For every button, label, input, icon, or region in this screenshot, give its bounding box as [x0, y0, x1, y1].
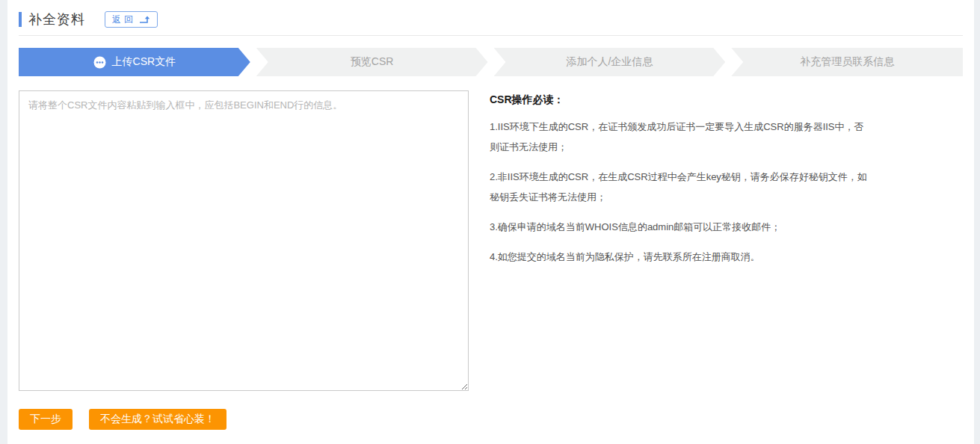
action-bar: 下一步 不会生成？试试省心装！ [19, 409, 963, 430]
csr-info-panel: CSR操作必读： 1.IIS环境下生成的CSR，在证书颁发成功后证书一定要导入生… [490, 90, 869, 391]
back-button-label: 返回 [112, 13, 136, 26]
info-item-2: 2.非IIS环境生成的CSR，在生成CSR过程中会产生key秘钥，请务必保存好秘… [490, 167, 869, 207]
main-content: CSR操作必读： 1.IIS环境下生成的CSR，在证书颁发成功后证书一定要导入生… [19, 90, 963, 391]
title-accent-bar [19, 12, 22, 27]
info-item-3: 3.确保申请的域名当前WHOIS信息的admin邮箱可以正常接收邮件； [490, 217, 869, 237]
page: 补全资料 返回 [0, 0, 980, 444]
info-item-1: 1.IIS环境下生成的CSR，在证书颁发成功后证书一定要导入生成CSR的服务器I… [490, 117, 869, 157]
page-header: 补全资料 返回 [19, 10, 963, 28]
step-upload-csr-file[interactable]: 上传CSR文件 [19, 48, 250, 76]
ellipsis-bubble-icon [93, 56, 106, 69]
step-preview-csr[interactable]: 预览CSR [256, 48, 488, 76]
back-button[interactable]: 返回 [105, 11, 158, 28]
step-add-personal-company-info[interactable]: 添加个人/企业信息 [494, 48, 726, 76]
next-step-button[interactable]: 下一步 [19, 409, 73, 430]
content-panel: 补全资料 返回 [7, 0, 974, 444]
info-panel-heading: CSR操作必读： [490, 92, 869, 107]
info-item-4: 4.如您提交的域名当前为隐私保护，请先联系所在注册商取消。 [490, 247, 869, 267]
return-arrow-icon [141, 15, 150, 24]
step-label: 预览CSR [351, 55, 394, 69]
csr-content-input[interactable] [19, 90, 469, 391]
step-label: 添加个人/企业信息 [566, 55, 653, 69]
step-label: 补充管理员联系信息 [800, 55, 894, 69]
step-label: 上传CSR文件 [112, 55, 176, 69]
stepper: 上传CSR文件 预览CSR 添加个人/企业信息 补充管理员联系信息 [19, 48, 963, 76]
header-divider [19, 35, 963, 36]
page-title: 补全资料 [28, 10, 85, 28]
step-admin-contact-info[interactable]: 补充管理员联系信息 [731, 48, 963, 76]
easy-install-button[interactable]: 不会生成？试试省心装！ [89, 409, 226, 430]
